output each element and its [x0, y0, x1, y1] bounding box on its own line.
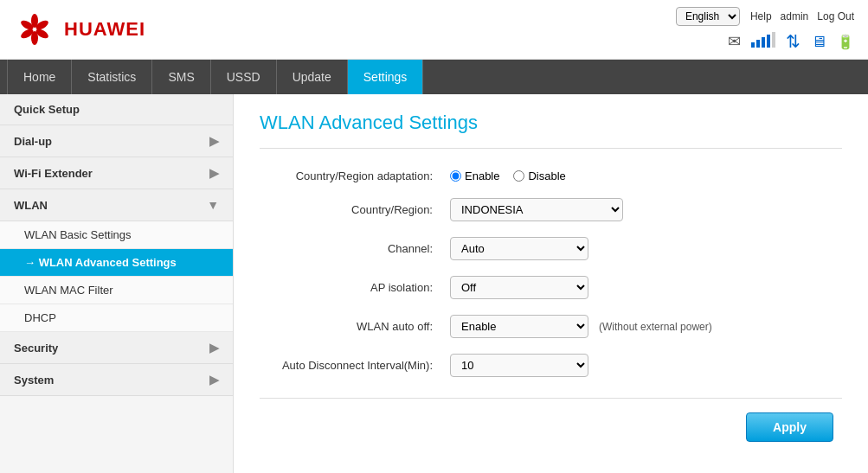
sidebar-item-quick-setup[interactable]: Quick Setup — [0, 94, 233, 125]
enable-radio-text: Enable — [465, 169, 499, 182]
auto-disconnect-label: Auto Disconnect Interval(Min): — [260, 359, 450, 372]
help-link[interactable]: Help — [750, 10, 772, 22]
button-row: Apply — [260, 412, 842, 442]
logout-link[interactable]: Log Out — [817, 10, 854, 22]
country-region-row: Country/Region: INDONESIA — [260, 198, 842, 221]
channel-select[interactable]: Auto — [450, 237, 588, 260]
nav-sms[interactable]: SMS — [152, 60, 210, 94]
sidebar-item-security[interactable]: Security ▶ — [0, 332, 233, 364]
enable-radio-label[interactable]: Enable — [450, 169, 499, 182]
admin-link[interactable]: admin — [781, 10, 809, 22]
country-adaptation-control: Enable Disable — [450, 169, 842, 182]
sidebar-label-system: System — [14, 374, 54, 387]
sidebar-item-dhcp[interactable]: DHCP — [0, 304, 233, 332]
channel-label: Channel: — [260, 242, 450, 255]
wlan-auto-off-control: Enable Disable (Without external power) — [450, 315, 842, 338]
channel-control: Auto — [450, 237, 842, 260]
nav-ussd[interactable]: USSD — [211, 60, 277, 94]
chevron-right-icon: ▶ — [209, 134, 219, 148]
header-right: English Help admin Log Out ✉ — [676, 7, 854, 52]
ap-isolation-select[interactable]: Off On — [450, 276, 588, 299]
mail-icon[interactable]: ✉ — [728, 32, 741, 51]
svg-rect-9 — [762, 37, 765, 48]
chevron-right-icon: ▶ — [209, 166, 219, 180]
country-adaptation-label: Country/Region adaptation: — [260, 169, 450, 182]
sidebar-item-wlan-mac-filter[interactable]: WLAN MAC Filter — [0, 277, 233, 304]
battery-icon: 🔋 — [837, 34, 854, 50]
header-links: Help admin Log Out — [750, 10, 854, 22]
logo-area: HUAWEI — [14, 12, 145, 47]
auto-disconnect-control: 10 20 30 — [450, 354, 842, 377]
header: HUAWEI English Help admin Log Out ✉ — [0, 0, 868, 60]
sidebar-item-wlan[interactable]: WLAN ▼ — [0, 189, 233, 221]
bottom-divider — [260, 398, 842, 399]
country-region-control: INDONESIA — [450, 198, 842, 221]
nav-home[interactable]: Home — [7, 60, 72, 94]
wlan-auto-off-row: WLAN auto off: Enable Disable (Without e… — [260, 315, 842, 338]
sidebar-item-wifi-extender[interactable]: Wi-Fi Extender ▶ — [0, 157, 233, 189]
sidebar-item-wlan-basic[interactable]: WLAN Basic Settings — [0, 221, 233, 249]
disable-radio-label[interactable]: Disable — [513, 169, 565, 182]
sidebar-item-dialup[interactable]: Dial-up ▶ — [0, 125, 233, 157]
chevron-down-icon: ▼ — [207, 198, 219, 212]
svg-rect-7 — [751, 42, 755, 48]
svg-rect-11 — [772, 32, 775, 48]
sidebar-label-security: Security — [14, 342, 58, 355]
signal-icon — [751, 32, 775, 52]
country-adaptation-radio-group: Enable Disable — [450, 169, 566, 182]
transfer-icon: ⇅ — [786, 31, 800, 52]
language-select[interactable]: English — [676, 7, 740, 26]
sidebar-item-wlan-advanced[interactable]: WLAN Advanced Settings — [0, 249, 233, 277]
sidebar-sub-wlan: WLAN Basic Settings WLAN Advanced Settin… — [0, 221, 233, 332]
sidebar: Quick Setup Dial-up ▶ Wi-Fi Extender ▶ W… — [0, 94, 234, 473]
content-area: Quick Setup Dial-up ▶ Wi-Fi Extender ▶ W… — [0, 94, 868, 473]
chevron-right-icon: ▶ — [209, 373, 219, 387]
auto-disconnect-select[interactable]: 10 20 30 — [450, 354, 588, 377]
main-content: WLAN Advanced Settings Country/Region ad… — [234, 94, 868, 473]
chevron-right-icon: ▶ — [209, 341, 219, 355]
svg-rect-8 — [756, 40, 760, 48]
wlan-auto-off-select[interactable]: Enable Disable — [450, 315, 588, 338]
ap-isolation-row: AP isolation: Off On — [260, 276, 842, 299]
huawei-logo-icon — [14, 12, 55, 47]
nav-update[interactable]: Update — [277, 60, 348, 94]
page-title: WLAN Advanced Settings — [260, 112, 842, 134]
enable-radio[interactable] — [450, 170, 461, 182]
ap-isolation-label: AP isolation: — [260, 281, 450, 294]
monitor-icon: 🖥 — [811, 33, 826, 51]
wlan-auto-off-label: WLAN auto off: — [260, 320, 450, 333]
sidebar-label-dialup: Dial-up — [14, 135, 52, 148]
disable-radio[interactable] — [513, 170, 524, 182]
country-adaptation-row: Country/Region adaptation: Enable Disabl… — [260, 169, 842, 182]
sidebar-label-wifi-extender: Wi-Fi Extender — [14, 167, 93, 180]
channel-row: Channel: Auto — [260, 237, 842, 260]
apply-button[interactable]: Apply — [746, 412, 833, 442]
disable-radio-text: Disable — [528, 169, 565, 182]
sidebar-item-system[interactable]: System ▶ — [0, 364, 233, 396]
ap-isolation-control: Off On — [450, 276, 842, 299]
sidebar-label-wlan: WLAN — [14, 199, 48, 212]
header-top-row: English Help admin Log Out — [676, 7, 854, 26]
wlan-auto-off-note: (Without external power) — [599, 321, 712, 333]
country-region-label: Country/Region: — [260, 203, 450, 216]
nav-bar: Home Statistics SMS USSD Update Settings — [0, 60, 868, 94]
nav-statistics[interactable]: Statistics — [72, 60, 152, 94]
svg-rect-10 — [767, 35, 770, 48]
title-divider — [260, 148, 842, 149]
logo-text: HUAWEI — [64, 18, 145, 41]
country-region-select[interactable]: INDONESIA — [450, 198, 623, 221]
nav-settings[interactable]: Settings — [348, 60, 424, 94]
auto-disconnect-row: Auto Disconnect Interval(Min): 10 20 30 — [260, 354, 842, 377]
sidebar-label-quick-setup: Quick Setup — [14, 103, 80, 116]
header-icons: ✉ ⇅ 🖥 🔋 — [728, 31, 854, 52]
